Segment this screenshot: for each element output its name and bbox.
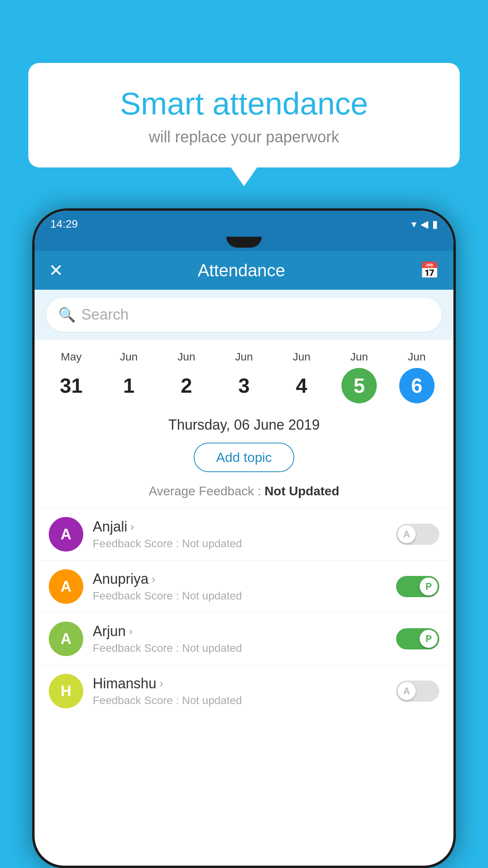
speech-bubble: Smart attendance will replace your paper… [28,63,460,167]
signal-icon: ◀ [420,218,428,230]
calendar-day[interactable]: Jun 6 [397,351,437,403]
toggle-container[interactable]: A [396,524,439,545]
toggle-thumb: P [420,577,438,596]
student-info: Anupriya › Feedback Score : Not updated [93,571,387,602]
student-info: Arjun › Feedback Score : Not updated [93,623,387,655]
bubble-title: Smart attendance [48,86,440,121]
phone-frame: 14:29 ▾ ◀ ▮ ✕ Attendance 📅 🔍 Search [32,208,456,868]
calendar-day[interactable]: Jun 2 [167,351,206,403]
student-feedback: Feedback Score : Not updated [93,642,387,655]
cal-date-number: 1 [111,368,147,403]
status-bar: 14:29 ▾ ◀ ▮ [35,211,453,237]
student-name: Himanshu › [93,675,387,692]
calendar-icon[interactable]: 📅 [420,261,439,280]
attendance-toggle-on[interactable]: P [396,576,439,597]
camera-notch [226,237,262,248]
toggle-container[interactable]: P [396,628,439,649]
toggle-container[interactable]: A [396,680,439,702]
cal-month-label: May [61,351,82,363]
search-bar[interactable]: 🔍 Search [46,298,442,332]
student-info: Himanshu › Feedback Score : Not updated [93,675,387,707]
chevron-right-icon: › [152,573,155,585]
cal-month-label: Jun [293,351,310,363]
calendar-day[interactable]: May 31 [51,351,91,403]
chevron-right-icon: › [160,677,163,690]
student-name: Anjali › [93,519,387,535]
status-icons: ▾ ◀ ▮ [411,218,438,230]
wifi-icon: ▾ [411,218,416,230]
cal-date-number: 4 [284,368,319,403]
student-item[interactable]: A Anjali › Feedback Score : Not updated … [35,508,453,560]
chevron-right-icon: › [129,625,132,638]
student-name: Arjun › [93,623,387,640]
cal-month-label: Jun [120,351,138,363]
add-topic-container: Add topic [35,437,453,480]
battery-icon: ▮ [432,218,438,230]
attendance-toggle-off[interactable]: A [396,680,439,702]
calendar-day[interactable]: Jun 3 [224,351,264,403]
calendar-strip[interactable]: May 31 Jun 1 Jun 2 Jun 3 Jun 4 Jun 5 Jun… [35,340,453,407]
student-item[interactable]: A Anupriya › Feedback Score : Not update… [35,560,453,612]
cal-date-number: 6 [399,368,435,403]
bubble-subtitle: will replace your paperwork [48,128,440,146]
student-feedback: Feedback Score : Not updated [93,590,387,602]
selected-date-label: Thursday, 06 June 2019 [35,407,453,437]
student-name: Anupriya › [93,571,387,587]
student-item[interactable]: A Arjun › Feedback Score : Not updated P [35,612,453,665]
calendar-day[interactable]: Jun 1 [109,351,149,403]
avg-feedback-label: Average Feedback : [149,484,261,498]
student-avatar: H [49,674,83,708]
app-header: ✕ Attendance 📅 [35,251,453,290]
search-icon: 🔍 [58,307,76,323]
calendar-day[interactable]: Jun 4 [282,351,321,403]
cal-month-label: Jun [408,351,426,363]
search-container: 🔍 Search [35,290,453,340]
cal-date-number: 3 [226,368,262,403]
phone-screen: 14:29 ▾ ◀ ▮ ✕ Attendance 📅 🔍 Search [35,211,453,866]
toggle-container[interactable]: P [396,576,439,597]
student-avatar: A [49,569,83,604]
cal-month-label: Jun [350,351,368,363]
calendar-day[interactable]: Jun 5 [339,351,379,403]
student-info: Anjali › Feedback Score : Not updated [93,519,387,550]
cal-month-label: Jun [235,351,253,363]
toggle-thumb: A [398,682,416,700]
attendance-toggle-off[interactable]: A [396,524,439,545]
close-button[interactable]: ✕ [49,260,63,280]
attendance-toggle-on[interactable]: P [396,628,439,649]
student-avatar: A [49,622,83,656]
cal-date-number: 5 [341,368,377,403]
student-feedback: Feedback Score : Not updated [93,537,387,550]
toggle-thumb: A [398,525,416,543]
chevron-right-icon: › [130,520,134,533]
average-feedback: Average Feedback : Not Updated [35,480,453,508]
cal-date-number: 2 [169,368,204,403]
cal-month-label: Jun [178,351,195,363]
student-avatar: A [49,517,83,552]
toggle-thumb: P [420,630,438,648]
status-time: 14:29 [50,218,78,230]
avg-feedback-value: Not Updated [264,484,339,498]
notch-area [35,237,453,251]
search-placeholder: Search [81,306,128,323]
student-list: A Anjali › Feedback Score : Not updated … [35,508,453,717]
add-topic-button[interactable]: Add topic [194,443,294,472]
cal-date-number: 31 [53,368,89,403]
student-feedback: Feedback Score : Not updated [93,694,387,707]
speech-bubble-container: Smart attendance will replace your paper… [28,63,460,167]
student-item[interactable]: H Himanshu › Feedback Score : Not update… [35,665,453,717]
app-title: Attendance [63,261,420,280]
